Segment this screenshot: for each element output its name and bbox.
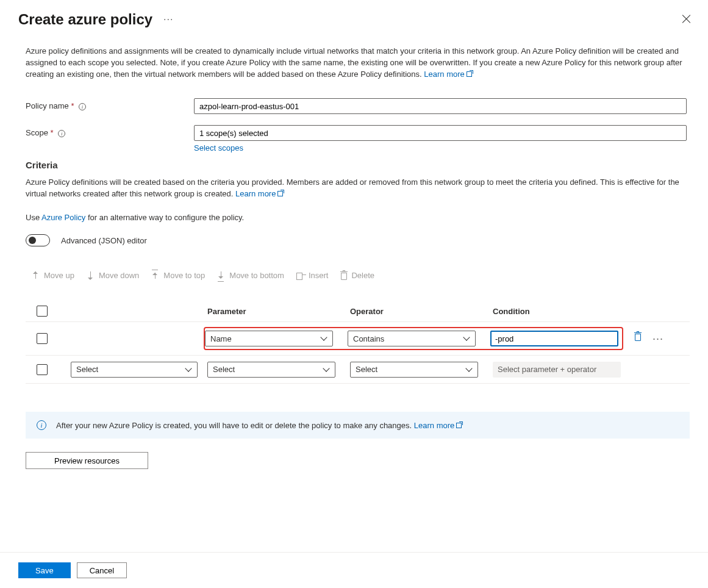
advanced-editor-toggle[interactable]: [26, 234, 50, 246]
row-checkbox[interactable]: [37, 333, 48, 344]
parameter-select[interactable]: Name: [205, 331, 333, 346]
intro-text: Azure policy definitions and assignments…: [26, 45, 690, 80]
intro-body: Azure policy definitions and assignments…: [26, 46, 682, 79]
chevron-down-icon: [465, 366, 473, 373]
table-row: Name Contains ···: [26, 322, 690, 356]
parameter-select[interactable]: Select: [207, 362, 335, 378]
select-scopes-link[interactable]: Select scopes: [194, 143, 243, 152]
chevron-down-icon: [320, 335, 327, 342]
save-button[interactable]: Save: [18, 562, 71, 578]
chevron-down-icon: [463, 335, 470, 342]
delete-row-button[interactable]: [634, 332, 642, 345]
external-link-icon: [277, 190, 284, 196]
and-or-select[interactable]: Select: [71, 362, 198, 378]
arrow-down-icon: [87, 271, 95, 280]
advanced-editor-label: Advanced (JSON) editor: [61, 236, 147, 245]
banner-learn-more-link[interactable]: Learn more: [414, 421, 463, 430]
col-operator: Operator: [350, 307, 493, 316]
close-icon[interactable]: [681, 13, 692, 24]
select-all-checkbox[interactable]: [37, 306, 48, 317]
arrow-up-icon: [32, 271, 40, 280]
banner-text: After your new Azure Policy is created, …: [56, 421, 412, 430]
trash-icon: [340, 271, 348, 280]
more-options-button[interactable]: ···: [163, 14, 173, 25]
preview-resources-button[interactable]: Preview resources: [26, 452, 148, 469]
condition-placeholder: Select parameter + operator: [493, 362, 621, 378]
condition-input[interactable]: [490, 331, 618, 346]
cancel-button[interactable]: Cancel: [77, 562, 127, 578]
insert-icon: [296, 271, 305, 280]
arrow-bottom-icon: [217, 271, 226, 280]
scope-input[interactable]: [194, 125, 687, 141]
table-row: Select Select Select Select parameter + …: [26, 356, 690, 384]
info-icon[interactable]: i: [58, 130, 65, 137]
intro-learn-more-link[interactable]: Learn more: [424, 70, 473, 79]
criteria-heading: Criteria: [26, 160, 690, 170]
chevron-down-icon: [323, 366, 330, 373]
chevron-down-icon: [185, 366, 192, 373]
insert-button[interactable]: Insert: [296, 271, 329, 280]
move-bottom-button[interactable]: Move to bottom: [217, 271, 284, 280]
page-title: Create azure policy: [18, 11, 152, 28]
criteria-desc: Azure Policy definitions will be created…: [26, 176, 690, 199]
row-more-button[interactable]: ···: [653, 332, 663, 345]
info-banner: i After your new Azure Policy is created…: [26, 412, 690, 439]
move-top-button[interactable]: Move to top: [151, 271, 205, 280]
move-up-button[interactable]: Move up: [32, 271, 74, 280]
operator-select[interactable]: Select: [350, 362, 478, 378]
criteria-learn-more-link[interactable]: Learn more: [235, 189, 284, 198]
alt-policy-text: Use Azure Policy for an alternative way …: [26, 212, 690, 223]
scope-label: Scope * i: [26, 125, 194, 137]
info-icon[interactable]: i: [79, 103, 86, 110]
highlighted-criteria: Name Contains: [204, 327, 623, 350]
col-condition: Condition: [493, 307, 635, 316]
col-parameter: Parameter: [207, 307, 350, 316]
azure-policy-link[interactable]: Azure Policy: [41, 213, 85, 222]
criteria-table: Parameter Operator Condition Name Contai…: [26, 301, 690, 384]
info-icon: i: [37, 420, 46, 430]
row-checkbox[interactable]: [37, 364, 48, 375]
delete-button[interactable]: Delete: [340, 271, 374, 280]
trash-icon: [634, 332, 642, 341]
move-down-button[interactable]: Move down: [87, 271, 139, 280]
arrow-top-icon: [151, 271, 160, 280]
external-link-icon: [467, 70, 473, 77]
operator-select[interactable]: Contains: [348, 331, 476, 346]
external-link-icon: [456, 421, 463, 428]
policy-name-input[interactable]: [194, 98, 687, 114]
criteria-toolbar: Move up Move down Move to top Move to bo…: [26, 271, 690, 280]
policy-name-label: Policy name * i: [26, 98, 194, 110]
